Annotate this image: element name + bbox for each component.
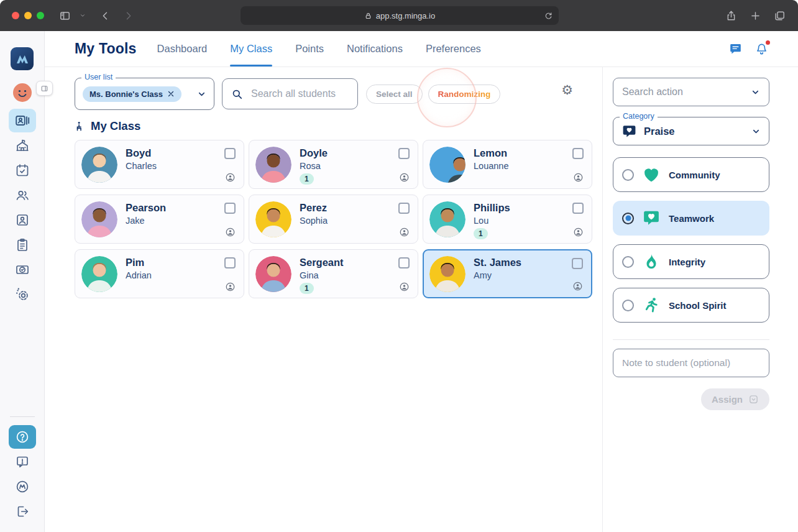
app-sidebar: [0, 31, 45, 532]
randomize-button[interactable]: Randomizing: [428, 85, 501, 104]
minimize-window-button[interactable]: [24, 12, 32, 19]
student-checkbox[interactable]: [398, 203, 410, 214]
user-avatar[interactable]: [13, 83, 32, 102]
student-checkbox[interactable]: [398, 148, 410, 159]
student-last-name: Pearson: [126, 202, 166, 214]
search-input[interactable]: [250, 88, 349, 100]
chip-remove-icon[interactable]: [167, 90, 175, 98]
class-chip[interactable]: Ms. Bonnie's Class: [83, 86, 181, 102]
minga-logo[interactable]: [11, 47, 34, 70]
tab-my-class[interactable]: My Class: [230, 31, 272, 66]
student-info: LemonLouanne: [474, 147, 508, 182]
sidebar-item-about-minga[interactable]: [9, 475, 36, 498]
sidebar-item-passes[interactable]: [9, 258, 36, 282]
forward-button[interactable]: [122, 10, 134, 22]
student-info: SergeantGina1: [300, 256, 344, 291]
assign-button-label: Assign: [712, 394, 743, 405]
student-search[interactable]: [222, 78, 358, 109]
student-avatar: [255, 201, 291, 237]
sidebar-item-feedback[interactable]: [9, 450, 36, 474]
radio-button[interactable]: [622, 300, 634, 311]
select-all-button[interactable]: Select all: [366, 85, 423, 104]
student-checkbox[interactable]: [398, 257, 410, 268]
student-card[interactable]: SergeantGina1: [249, 249, 418, 298]
student-card[interactable]: DoyleRosa1: [249, 140, 418, 189]
address-bar[interactable]: app.stg.minga.io: [241, 6, 559, 25]
sidebar-item-help[interactable]: [9, 425, 36, 449]
category-option-teamwork[interactable]: Teamwork: [613, 201, 769, 236]
heart-icon: [642, 165, 661, 184]
sidebar-item-people[interactable]: [9, 183, 36, 207]
class-chip-label: Ms. Bonnie's Class: [89, 89, 163, 99]
search-action-select[interactable]: Search action: [613, 78, 769, 106]
user-list-select[interactable]: User list Ms. Bonnie's Class: [75, 78, 214, 110]
student-info: BoydCharles: [126, 147, 157, 182]
settings-gear-icon[interactable]: ⚙: [557, 83, 577, 97]
radio-button[interactable]: [622, 213, 634, 224]
main-content: User list Ms. Bonnie's Class: [45, 67, 603, 532]
student-checkbox[interactable]: [224, 203, 236, 214]
student-first-name: Jake: [126, 216, 166, 226]
student-info: DoyleRosa1: [300, 147, 328, 182]
student-card[interactable]: PimAdrian: [75, 249, 244, 298]
sidebar-item-events[interactable]: [9, 158, 36, 182]
share-icon[interactable]: [725, 10, 737, 22]
category-option-community[interactable]: Community: [613, 157, 769, 192]
sidebar-item-checklist[interactable]: [9, 233, 36, 257]
student-checkbox[interactable]: [572, 258, 583, 269]
tab-preferences[interactable]: Preferences: [426, 31, 481, 66]
notifications-bell-icon[interactable]: [755, 42, 768, 55]
tab-dashboard[interactable]: Dashboard: [157, 31, 208, 66]
student-card[interactable]: PerezSophia: [249, 195, 418, 244]
sidebar-expand-button[interactable]: [36, 81, 53, 96]
close-window-button[interactable]: [12, 12, 19, 19]
student-last-name: Pim: [126, 257, 152, 268]
student-card[interactable]: BoydCharles: [75, 140, 244, 189]
reload-icon[interactable]: [544, 11, 553, 21]
category-select[interactable]: Category Praise: [613, 117, 769, 145]
chat-heart-icon: [642, 209, 661, 227]
student-checkbox[interactable]: [572, 148, 584, 159]
zoom-window-button[interactable]: [37, 12, 44, 19]
page-header: My Tools DashboardMy ClassPointsNotifica…: [45, 31, 798, 67]
student-last-name: Lemon: [474, 147, 508, 159]
category-option-school-spirit[interactable]: School Spirit: [613, 288, 769, 323]
student-first-name: Amy: [474, 270, 521, 280]
student-card[interactable]: PearsonJake: [75, 195, 244, 244]
sidebar-nav: [9, 109, 36, 308]
chevron-down-icon[interactable]: [80, 12, 86, 19]
browser-chrome: app.stg.minga.io: [0, 0, 798, 31]
student-avatar: [81, 256, 117, 292]
student-checkbox[interactable]: [572, 203, 584, 214]
sidebar-bottom: [9, 416, 36, 532]
sidebar-item-logout[interactable]: [9, 500, 36, 523]
sidebar-item-school[interactable]: [9, 134, 36, 157]
student-card[interactable]: St. JamesAmy: [423, 249, 592, 298]
traffic-lights: [12, 12, 44, 19]
messages-icon[interactable]: [729, 42, 742, 55]
tab-points[interactable]: Points: [295, 31, 324, 66]
sidebar-item-automations[interactable]: [9, 283, 36, 306]
student-avatar: [255, 256, 291, 292]
tab-overview-icon[interactable]: [774, 10, 786, 22]
student-first-name: Louanne: [474, 161, 508, 171]
tab-notifications[interactable]: Notifications: [347, 31, 403, 66]
student-checkbox[interactable]: [224, 148, 236, 159]
category-option-integrity[interactable]: Integrity: [613, 244, 769, 279]
student-avatar: [255, 147, 291, 183]
student-card[interactable]: LemonLouanne: [423, 140, 592, 189]
person-icon: [225, 227, 236, 237]
note-input[interactable]: [613, 349, 769, 377]
back-button[interactable]: [99, 10, 111, 22]
new-tab-icon[interactable]: [750, 10, 761, 22]
assign-button[interactable]: Assign: [701, 388, 769, 410]
category-label: Category: [620, 112, 658, 121]
sidebar-item-id-badge[interactable]: [9, 208, 36, 232]
radio-button[interactable]: [622, 169, 634, 181]
panel-divider: [613, 339, 769, 340]
sidebar-toggle-icon[interactable]: [59, 10, 71, 22]
sidebar-item-my-tools[interactable]: [9, 109, 36, 132]
radio-button[interactable]: [622, 256, 634, 268]
student-checkbox[interactable]: [224, 257, 236, 268]
student-card[interactable]: PhillipsLou1: [423, 195, 592, 244]
